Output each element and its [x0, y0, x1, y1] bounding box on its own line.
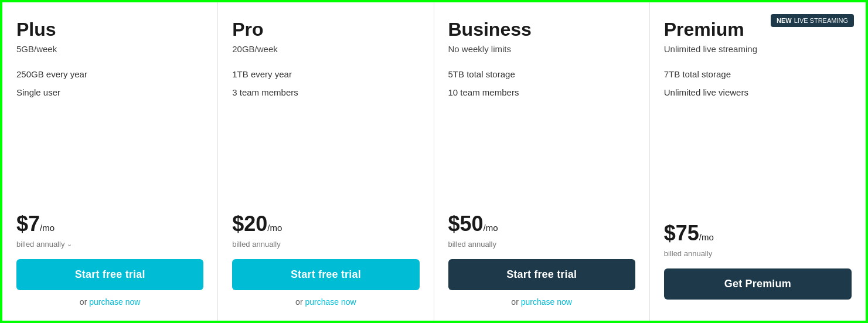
- plan-tagline-premium: Unlimited live streaming: [664, 44, 852, 54]
- plan-card-pro: Pro 20GB/week 1TB every year 3 team memb…: [218, 2, 434, 321]
- plan-card-business: Business No weekly limits 5TB total stor…: [434, 2, 650, 321]
- plan-storage-premium: 7TB total storage: [664, 68, 852, 81]
- plan-storage-plus: 250GB every year: [16, 68, 203, 81]
- price-amount-pro: $20 /mo: [232, 212, 419, 236]
- purchase-link-pro: or purchase now: [232, 297, 419, 307]
- plan-name-pro: Pro: [232, 19, 419, 40]
- price-mo-pro: /mo: [267, 223, 282, 233]
- plan-features-premium: 7TB total storage Unlimited live viewers: [664, 68, 852, 209]
- pricing-grid: Plus 5GB/week 250GB every year Single us…: [2, 2, 866, 321]
- price-dollar-business: $50: [448, 212, 484, 236]
- price-dollar-premium: $75: [664, 221, 699, 246]
- plan-name-plus: Plus: [16, 19, 203, 40]
- plan-features-business: 5TB total storage 10 team members: [448, 68, 635, 200]
- plan-storage-pro: 1TB every year: [232, 68, 419, 81]
- plan-name-business: Business: [448, 19, 635, 40]
- price-amount-plus: $7 /mo: [16, 212, 203, 236]
- billed-label-business: billed annually: [448, 240, 635, 249]
- plan-storage-business: 5TB total storage: [448, 68, 635, 81]
- billed-label-plus: billed annually ⌄: [16, 240, 203, 249]
- purchase-now-link-business[interactable]: purchase now: [521, 297, 572, 307]
- cta-button-pro[interactable]: Start free trial: [232, 259, 419, 290]
- purchase-now-link-pro[interactable]: purchase now: [305, 297, 356, 307]
- price-dollar-pro: $20: [232, 212, 267, 236]
- purchase-link-plus: or purchase now: [16, 297, 203, 307]
- price-mo-premium: /mo: [699, 232, 714, 242]
- billed-label-premium: billed annually: [664, 249, 852, 258]
- price-dollar-plus: $7: [16, 212, 40, 236]
- plan-tagline-business: No weekly limits: [448, 44, 635, 54]
- plan-members-premium: Unlimited live viewers: [664, 86, 852, 100]
- plan-members-pro: 3 team members: [232, 86, 419, 100]
- price-amount-business: $50 /mo: [448, 212, 635, 236]
- cta-button-plus[interactable]: Start free trial: [16, 259, 203, 290]
- purchase-link-business: or purchase now: [448, 297, 635, 307]
- cta-button-business[interactable]: Start free trial: [448, 259, 635, 290]
- plan-tagline-pro: 20GB/week: [232, 44, 419, 54]
- plan-features-plus: 250GB every year Single user: [16, 68, 203, 200]
- price-mo-business: /mo: [484, 223, 498, 233]
- plan-members-plus: Single user: [16, 86, 203, 100]
- chevron-down-icon-plus: ⌄: [67, 240, 72, 248]
- plan-card-plus: Plus 5GB/week 250GB every year Single us…: [2, 2, 218, 321]
- price-block-business: $50 /mo: [448, 212, 635, 236]
- billed-label-pro: billed annually: [232, 240, 419, 249]
- price-block-pro: $20 /mo: [232, 212, 419, 236]
- purchase-now-link-plus[interactable]: purchase now: [89, 297, 140, 307]
- plan-card-premium: NEW LIVE STREAMING Premium Unlimited liv…: [650, 2, 866, 321]
- badge-new-label: NEW: [777, 17, 792, 24]
- price-block-plus: $7 /mo: [16, 212, 203, 236]
- price-mo-plus: /mo: [40, 223, 55, 233]
- plan-members-business: 10 team members: [448, 86, 635, 100]
- plan-tagline-plus: 5GB/week: [16, 44, 203, 54]
- price-amount-premium: $75 /mo: [664, 221, 852, 246]
- cta-button-premium[interactable]: Get Premium: [664, 268, 852, 300]
- price-block-premium: $75 /mo: [664, 221, 852, 246]
- badge-text: LIVE STREAMING: [794, 17, 848, 24]
- plan-features-pro: 1TB every year 3 team members: [232, 68, 419, 200]
- new-live-streaming-badge: NEW LIVE STREAMING: [771, 14, 854, 27]
